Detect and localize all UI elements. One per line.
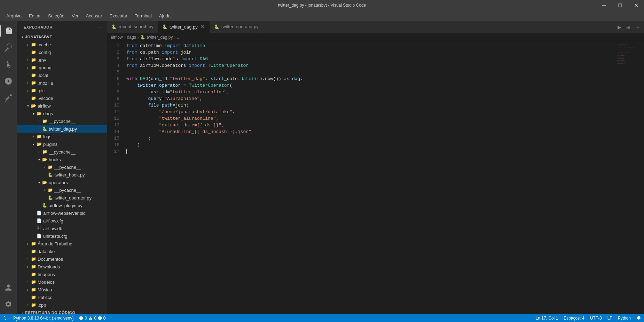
menu-selecao[interactable]: Seleção — [45, 12, 67, 19]
sidebar-item-twitter-hook-py[interactable]: 🐍 twitter_hook.py — [17, 171, 107, 179]
menu-arquivo[interactable]: Arquivo — [3, 12, 24, 19]
tab-recent-search[interactable]: 🐍 recent_search.py — [107, 21, 158, 33]
source-control-activity-icon[interactable] — [0, 56, 17, 73]
folder-icon: 📁 — [31, 96, 36, 101]
status-git[interactable] — [0, 314, 10, 322]
breadcrumb-ellipsis[interactable]: ... — [177, 35, 180, 40]
sidebar-item-publico[interactable]: › 📁 Público — [17, 293, 107, 301]
sidebar-item-twitter-dag-py[interactable]: 🐍 twitter_dag.py — [17, 125, 107, 133]
status-line-col[interactable]: Ln 17, Col 1 — [533, 316, 561, 321]
menu-acessar[interactable]: Acessar — [83, 12, 105, 19]
folder-icon: 📁 — [36, 134, 42, 139]
sidebar-item-hooks[interactable]: ▾ 📂 hooks — [17, 156, 107, 163]
line-col-label: Ln 17, Col 1 — [536, 316, 558, 321]
sidebar-item-airflow-plugin-py[interactable]: 🐍 airflow_plugin.py — [17, 202, 107, 209]
sidebar-item-pycache3[interactable]: › 📁 __pycache__ — [17, 163, 107, 171]
status-spaces[interactable]: Espaços: 4 — [561, 316, 587, 321]
breadcrumb-dags[interactable]: dags — [127, 35, 136, 40]
editor-area: 🐍 recent_search.py 🐍 twitter_dag.py ✕ 🐍 … — [107, 21, 644, 314]
menu-editar[interactable]: Editar — [26, 12, 44, 19]
account-activity-icon[interactable] — [0, 279, 17, 296]
cache-arrow-icon: › — [25, 43, 31, 47]
tab-close-twitter-dag[interactable]: ✕ — [200, 24, 205, 30]
status-notifications[interactable] — [634, 316, 644, 321]
sidebar-item-musica[interactable]: › 📁 Música — [17, 286, 107, 293]
menu-executar[interactable]: Executar — [107, 12, 130, 19]
sidebar-item-plugins[interactable]: ▾ 📂 plugins — [17, 140, 107, 148]
hooks-label: hooks — [49, 157, 61, 162]
sidebar-item-airflow[interactable]: ▾ 📂 airflow — [17, 102, 107, 110]
sidebar-item-documentos[interactable]: › 📁 Documentos — [17, 255, 107, 263]
sidebar-item-cache[interactable]: › 📁 .cache — [17, 41, 107, 48]
logs-label: logs — [43, 134, 52, 139]
sidebar-item-twitter-operator-py[interactable]: 🐍 twitter_operator.py — [17, 194, 107, 202]
status-language[interactable]: Python — [615, 316, 634, 321]
sidebar-item-logs[interactable]: › 📁 logs — [17, 133, 107, 140]
sidebar-item-operators[interactable]: ▾ 📂 operators — [17, 179, 107, 186]
modelos-label: Modelos — [38, 280, 55, 285]
close-button[interactable]: ✕ — [628, 0, 644, 10]
outline-section-header[interactable]: › ESTRUTURA DO CÓDIGO — [17, 309, 107, 314]
sidebar-more-icon[interactable]: ··· — [97, 23, 103, 31]
sidebar-header: Explorador ··· — [17, 21, 107, 33]
sidebar-item-dags[interactable]: ▾ 📂 dags — [17, 110, 107, 117]
sidebar-item-cpp[interactable]: › 📁 .cpp — [17, 301, 107, 309]
sidebar-item-unittests-cfg[interactable]: 📄 unittests.cfg — [17, 232, 107, 240]
tab-twitter-operator[interactable]: 🐍 twitter_operator.py — [210, 21, 263, 33]
sidebar-item-pki[interactable]: › 📁 .pki — [17, 87, 107, 94]
folder-icon: 📁 — [31, 280, 36, 284]
sidebar-item-downloads[interactable]: › 📁 Downloads — [17, 263, 107, 270]
status-python[interactable]: Python 3.8.10 64-bit (.env: venv) — [10, 314, 76, 322]
tree-root[interactable]: ▾ JONATASBVT — [17, 33, 107, 41]
code-editor[interactable]: from datetime import datetime from os.pa… — [123, 41, 616, 314]
more-actions-button[interactable]: ··· — [634, 23, 641, 31]
operators-arrow-icon: ▾ — [36, 181, 42, 184]
sidebar-item-local[interactable]: › 📁 .local — [17, 71, 107, 79]
sidebar-item-modelos[interactable]: › 📁 Modelos — [17, 278, 107, 286]
split-editor-button[interactable]: ⊞ — [625, 23, 632, 31]
sidebar-item-airflow-webserver-pid[interactable]: 📄 airflow-webserver.pid — [17, 209, 107, 217]
tab-twitter-dag[interactable]: 🐍 twitter_dag.py ✕ — [158, 21, 210, 33]
sidebar-item-airflow-db[interactable]: 🗄 airflow.db — [17, 225, 107, 232]
sidebar-item-imagens[interactable]: › 📁 Imagens — [17, 270, 107, 278]
pycache4-label: __pycache__ — [54, 188, 81, 193]
sidebar-item-pycache1[interactable]: › 📁 __pycache__ — [17, 117, 107, 125]
vscode-label: .vscode — [38, 96, 53, 101]
sidebar-item-gnupg[interactable]: › 📁 .gnupg — [17, 64, 107, 71]
run-activity-icon[interactable] — [0, 73, 17, 89]
sidebar-item-vscode[interactable]: › 📁 .vscode — [17, 94, 107, 102]
breadcrumb-airflow[interactable]: airflow — [111, 35, 123, 40]
sidebar-item-pycache2[interactable]: › 📁 __pycache__ — [17, 148, 107, 156]
twitter-dag-label: twitter_dag.py — [49, 126, 77, 132]
sidebar-item-pycache4[interactable]: › 📁 __pycache__ — [17, 186, 107, 194]
sidebar-item-mozilla[interactable]: › 📁 .mozilla — [17, 79, 107, 87]
status-errors[interactable]: 0 0 0 — [76, 314, 108, 322]
modelos-arrow-icon: › — [25, 280, 31, 284]
breadcrumb-filename[interactable]: twitter_dag.py — [147, 35, 173, 40]
folder-icon: 📁 — [31, 249, 36, 254]
line-ending-label: LF — [607, 316, 612, 321]
minimize-button[interactable]: ─ — [596, 0, 612, 10]
sidebar-item-env[interactable]: › 📁 .env — [17, 56, 107, 64]
folder-icon: 📁 — [31, 88, 36, 93]
maximize-button[interactable]: □ — [612, 0, 628, 10]
menu-ver[interactable]: Ver — [69, 12, 81, 19]
run-action-button[interactable]: ▶ — [615, 23, 623, 31]
explorer-activity-icon[interactable] — [0, 23, 17, 39]
sidebar-item-datalake[interactable]: › 📁 datalake — [17, 248, 107, 255]
sidebar-item-area-trabalho[interactable]: › 📁 Área de Trabalho — [17, 240, 107, 248]
airflow-cfg-label: airflow.cfg — [43, 218, 63, 223]
tabs-container: 🐍 recent_search.py 🐍 twitter_dag.py ✕ 🐍 … — [107, 21, 644, 33]
line-numbers: 1 2 3 4 5 6 7 8 9 10 11 12 13 14 15 16 1… — [107, 41, 123, 314]
sidebar-item-config[interactable]: › 📁 .config — [17, 48, 107, 56]
status-line-ending[interactable]: LF — [605, 316, 615, 321]
menu-ajuda[interactable]: Ajuda — [156, 12, 173, 19]
status-encoding[interactable]: UTF-8 — [587, 316, 605, 321]
extensions-activity-icon[interactable] — [0, 89, 17, 106]
settings-activity-icon[interactable] — [0, 296, 17, 313]
search-activity-icon[interactable] — [0, 39, 17, 56]
sidebar-item-airflow-cfg[interactable]: 📄 airflow.cfg — [17, 217, 107, 225]
tab-label-twitter-operator: twitter_operator.py — [221, 24, 259, 29]
menu-terminal[interactable]: Terminal — [132, 12, 155, 19]
breadcrumb-file-icon: 🐍 — [140, 35, 146, 40]
